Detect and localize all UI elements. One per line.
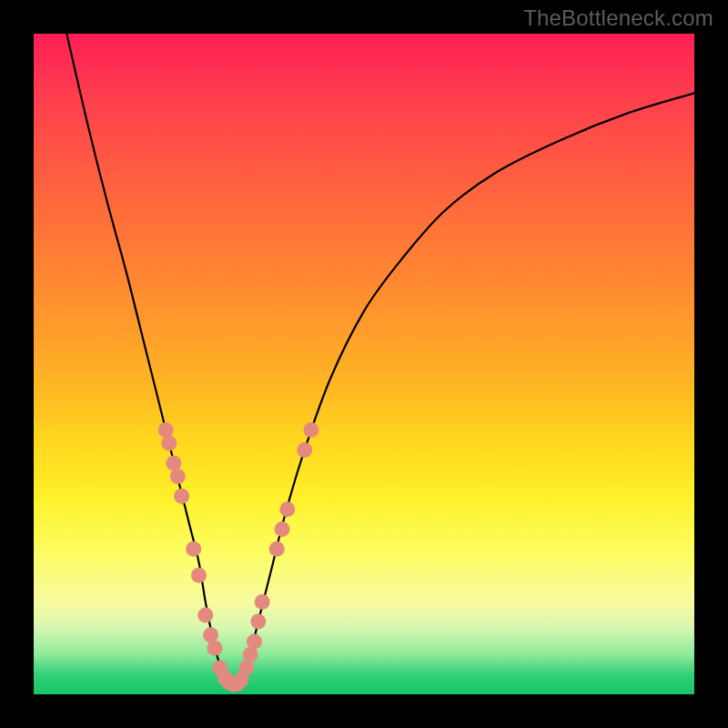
highlight-dot (191, 568, 207, 583)
highlight-dot (203, 627, 218, 642)
highlight-dot (207, 641, 222, 656)
highlight-dot (158, 422, 174, 438)
highlight-dot (297, 442, 312, 458)
watermark-label: TheBottleneck.com (523, 5, 713, 31)
highlight-dot (250, 614, 266, 630)
bottleneck-curve (66, 34, 694, 684)
highlight-dot (174, 489, 189, 504)
highlight-dot (166, 455, 181, 470)
highlight-dots (158, 422, 319, 692)
highlight-dot (303, 422, 318, 438)
highlight-dot (186, 541, 201, 557)
highlight-dot (161, 436, 177, 451)
highlight-dot (247, 633, 262, 649)
plot-area (34, 34, 694, 694)
highlight-dot (238, 661, 254, 676)
highlight-dot (275, 521, 290, 537)
highlight-dot (197, 607, 213, 622)
highlight-dot (243, 647, 258, 662)
highlight-dot (269, 541, 285, 557)
highlight-dot (170, 469, 186, 484)
chart-svg (34, 34, 694, 694)
chart-frame: TheBottleneck.com (0, 0, 728, 728)
highlight-dot (279, 501, 295, 517)
highlight-dot (255, 594, 270, 610)
